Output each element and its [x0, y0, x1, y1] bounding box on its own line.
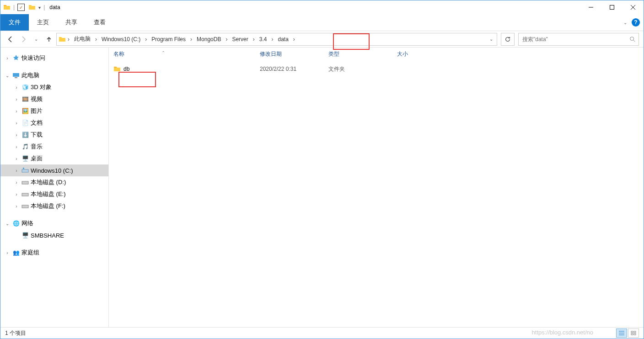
crumb-pc[interactable]: 此电脑 — [71, 33, 93, 45]
svg-rect-8 — [22, 205, 28, 208]
tree-item-desktop[interactable]: ›🖥️桌面 — [0, 153, 108, 164]
pc-icon — [12, 72, 20, 79]
folder-icon: 🧊 — [21, 84, 29, 91]
tab-file[interactable]: 文件 — [0, 14, 29, 31]
tree-this-pc[interactable]: ⌄ 此电脑 — [0, 69, 108, 81]
file-name: db — [123, 66, 129, 72]
maximize-button[interactable] — [601, 0, 623, 14]
tree-item-downloads[interactable]: ›⬇️下载 — [0, 129, 108, 141]
tree-item-drive-c[interactable]: ›Windows10 (C:) — [0, 164, 108, 176]
qat-folder-icon[interactable] — [28, 4, 36, 11]
crumb-drive[interactable]: Windows10 (C:) — [99, 33, 143, 45]
file-date: 2020/2/22 0:31 — [260, 66, 328, 72]
view-large-button[interactable] — [628, 328, 639, 338]
search-icon — [629, 36, 636, 42]
chevron-right-icon[interactable]: › — [252, 33, 256, 45]
status-bar: 1 个项目 — [0, 327, 644, 339]
tree-item-3d[interactable]: ›🧊3D 对象 — [0, 81, 108, 93]
svg-rect-4 — [22, 170, 28, 172]
music-icon: 🎵 — [21, 143, 29, 150]
tree-item-drive-e[interactable]: ›本地磁盘 (E:) — [0, 188, 108, 200]
tree-network[interactable]: ⌄🌐网络 — [0, 217, 108, 229]
svg-rect-3 — [15, 77, 17, 78]
star-icon — [12, 54, 20, 62]
folder-icon — [113, 65, 121, 73]
svg-rect-9 — [631, 331, 633, 333]
qat-sep: | — [13, 4, 15, 11]
chevron-right-icon[interactable]: › — [270, 33, 274, 45]
address-bar[interactable]: › 此电脑 › Windows10 (C:) › Program Files ›… — [56, 33, 497, 46]
chevron-right-icon[interactable]: › — [94, 33, 98, 45]
svg-rect-10 — [634, 331, 636, 333]
drive-icon — [21, 167, 29, 174]
drive-icon — [21, 179, 29, 186]
tab-view[interactable]: 查看 — [86, 14, 114, 31]
collapse-icon[interactable]: ⌄ — [4, 73, 11, 78]
search-input[interactable] — [521, 36, 629, 43]
file-type: 文件夹 — [328, 65, 397, 73]
forward-button[interactable] — [18, 34, 29, 45]
crumb-programfiles[interactable]: Program Files — [149, 33, 188, 45]
documents-icon: 📄 — [21, 119, 29, 127]
search-box[interactable] — [518, 33, 639, 46]
tree-label: 此电脑 — [21, 71, 39, 79]
minimize-button[interactable] — [580, 0, 601, 14]
chevron-right-icon[interactable]: › — [67, 33, 70, 45]
svg-rect-12 — [634, 334, 636, 335]
qat-sep2: | — [43, 4, 45, 11]
chevron-right-icon[interactable]: › — [144, 33, 148, 45]
svg-rect-5 — [23, 168, 24, 169]
qat-checkbox-icon[interactable]: ✓ — [17, 4, 25, 11]
crumb-data[interactable]: data — [275, 33, 291, 45]
chevron-right-icon[interactable]: › — [189, 33, 193, 45]
desktop-icon: 🖥️ — [21, 155, 29, 162]
status-text: 1 个项目 — [5, 329, 26, 337]
chevron-right-icon[interactable]: › — [292, 33, 296, 45]
tree-item-pictures[interactable]: ›🖼️图片 — [0, 105, 108, 117]
tree-item-drive-d[interactable]: ›本地磁盘 (D:) — [0, 176, 108, 188]
svg-rect-6 — [22, 181, 28, 184]
computer-icon: 🖥️ — [21, 232, 29, 239]
chevron-right-icon[interactable]: › — [225, 33, 228, 45]
video-icon: 🎞️ — [21, 95, 29, 103]
expand-icon[interactable]: › — [4, 56, 11, 61]
ribbon: 文件 主页 共享 查看 ⌄ ? — [0, 14, 644, 31]
close-button[interactable] — [623, 0, 644, 14]
help-icon[interactable]: ? — [632, 18, 640, 26]
col-date[interactable]: 修改日期 — [260, 50, 328, 58]
address-dropdown-icon[interactable]: ⌄ — [488, 37, 495, 42]
crumb-mongodb[interactable]: MongoDB — [194, 33, 224, 45]
view-details-button[interactable] — [616, 328, 627, 338]
tab-share[interactable]: 共享 — [57, 14, 86, 31]
drive-icon — [21, 202, 29, 210]
tree-item-music[interactable]: ›🎵音乐 — [0, 141, 108, 153]
qat-dropdown-icon[interactable]: ▾ — [38, 5, 41, 10]
file-list-panel: 名称 ˆ 修改日期 类型 大小 db 2020/2/22 0:31 文件夹 — [109, 48, 644, 327]
crumb-server[interactable]: Server — [229, 33, 251, 45]
app-folder-icon — [3, 4, 11, 11]
svg-rect-11 — [631, 334, 633, 335]
col-type[interactable]: 类型 — [328, 50, 397, 58]
tree-item-documents[interactable]: ›📄文档 — [0, 117, 108, 129]
tree-homegroup[interactable]: ›👥家庭组 — [0, 247, 108, 259]
tab-home[interactable]: 主页 — [29, 14, 57, 31]
collapse-icon[interactable]: ⌄ — [4, 221, 11, 226]
crumb-34[interactable]: 3.4 — [257, 33, 270, 45]
downloads-icon: ⬇️ — [21, 131, 29, 138]
nav-tree[interactable]: › 快速访问 ⌄ 此电脑 ›🧊3D 对象 ›🎞️视频 ›🖼️图片 ›📄文档 ›⬇… — [0, 48, 109, 327]
back-button[interactable] — [5, 34, 16, 45]
column-headers[interactable]: 名称 ˆ 修改日期 类型 大小 — [109, 48, 644, 61]
col-size[interactable]: 大小 — [397, 50, 434, 58]
col-name[interactable]: 名称 ˆ — [113, 50, 260, 58]
tree-item-smbshare[interactable]: 🖥️SMBSHARE — [0, 229, 108, 241]
up-button[interactable] — [43, 34, 54, 45]
refresh-button[interactable] — [501, 33, 515, 46]
address-folder-icon — [59, 36, 66, 43]
svg-rect-0 — [610, 5, 614, 10]
ribbon-expand-icon[interactable]: ⌄ — [623, 20, 627, 25]
recent-dropdown-icon[interactable]: ⌄ — [31, 34, 42, 45]
tree-item-drive-f[interactable]: ›本地磁盘 (F:) — [0, 200, 108, 212]
tree-quick-access[interactable]: › 快速访问 — [0, 52, 108, 64]
file-row[interactable]: db 2020/2/22 0:31 文件夹 — [113, 64, 644, 74]
tree-item-videos[interactable]: ›🎞️视频 — [0, 93, 108, 105]
